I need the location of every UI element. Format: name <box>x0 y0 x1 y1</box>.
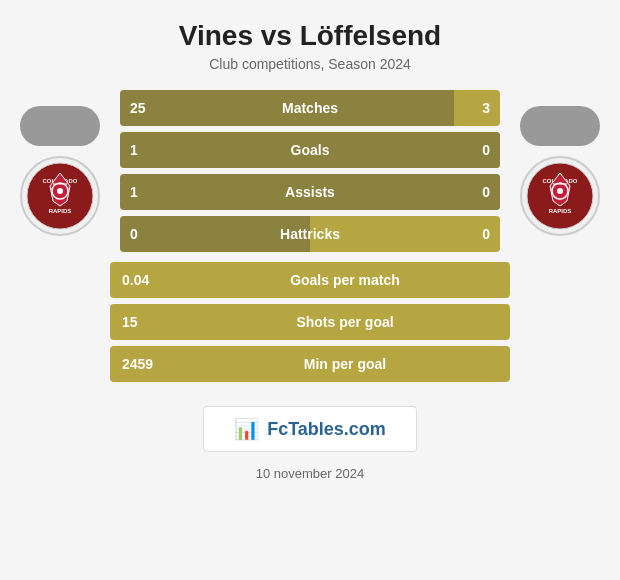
stat-label: Hattricks <box>170 226 450 242</box>
single-stat-label: Goals per match <box>180 272 510 288</box>
header: Vines vs Löffelsend Club competitions, S… <box>0 0 620 80</box>
stat-label: Goals <box>170 142 450 158</box>
right-team-logo: COLORADO RAPIDS <box>520 156 600 236</box>
stat-row: 0Hattricks0 <box>120 216 500 252</box>
right-gray-pill <box>520 106 600 146</box>
single-stat-value: 0.04 <box>110 272 180 288</box>
stat-value-right: 0 <box>450 226 500 242</box>
left-team-area: COLORADO RAPIDS <box>10 106 110 236</box>
stat-value-right: 3 <box>450 100 500 116</box>
main-content: COLORADO RAPIDS 25Matches31Goals01Assist… <box>0 80 620 262</box>
stat-row: 25Matches3 <box>120 90 500 126</box>
single-stat-row: 15Shots per goal <box>110 304 510 340</box>
stat-label: Assists <box>170 184 450 200</box>
page-wrapper: Vines vs Löffelsend Club competitions, S… <box>0 0 620 580</box>
left-team-logo: COLORADO RAPIDS <box>20 156 100 236</box>
fctables-text: FcTables.com <box>267 419 386 440</box>
single-stat-label: Shots per goal <box>180 314 510 330</box>
stat-value-left: 1 <box>120 142 170 158</box>
page-title: Vines vs Löffelsend <box>20 20 600 52</box>
stat-value-left: 25 <box>120 100 170 116</box>
single-stat-value: 15 <box>110 314 180 330</box>
stat-value-left: 0 <box>120 226 170 242</box>
svg-text:RAPIDS: RAPIDS <box>549 208 572 214</box>
stat-row: 1Goals0 <box>120 132 500 168</box>
stat-row: 1Assists0 <box>120 174 500 210</box>
fctables-icon: 📊 <box>234 417 259 441</box>
svg-point-12 <box>557 188 563 194</box>
page-subtitle: Club competitions, Season 2024 <box>20 56 600 72</box>
single-stat-label: Min per goal <box>180 356 510 372</box>
footer-date: 10 november 2024 <box>256 466 364 481</box>
svg-text:RAPIDS: RAPIDS <box>49 208 72 214</box>
right-team-area: COLORADO RAPIDS <box>510 106 610 236</box>
single-stat-row: 0.04Goals per match <box>110 262 510 298</box>
fctables-banner: 📊 FcTables.com <box>203 406 417 452</box>
single-stats-section: 0.04Goals per match15Shots per goal2459M… <box>110 262 510 382</box>
single-stat-value: 2459 <box>110 356 180 372</box>
left-gray-pill <box>20 106 100 146</box>
stat-value-right: 0 <box>450 142 500 158</box>
stats-section: 25Matches31Goals01Assists00Hattricks0 <box>110 90 510 252</box>
single-stat-row: 2459Min per goal <box>110 346 510 382</box>
svg-point-5 <box>57 188 63 194</box>
stat-value-right: 0 <box>450 184 500 200</box>
stat-label: Matches <box>170 100 450 116</box>
stat-value-left: 1 <box>120 184 170 200</box>
